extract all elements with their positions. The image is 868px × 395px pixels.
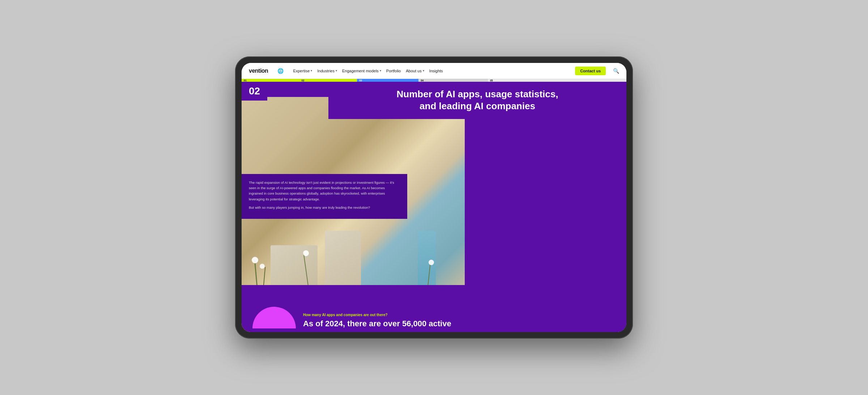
article-number: 02: [242, 82, 267, 101]
nav-insights[interactable]: Insights: [429, 69, 443, 73]
bottom-text: How many AI apps and companies are out t…: [303, 313, 616, 328]
description-para2: But with so many players jumping in, how…: [249, 205, 400, 210]
tablet-frame: vention 🌐 Expertise ▾ Industries ▾ Engag…: [235, 56, 633, 339]
search-icon[interactable]: 🔍: [613, 68, 619, 74]
main-content: 02 Number of AI apps, usage statistics, …: [242, 82, 626, 332]
progress-label-1: 01: [244, 79, 247, 82]
tablet-screen: vention 🌐 Expertise ▾ Industries ▾ Engag…: [242, 63, 626, 332]
description-para1: The rapid expansion of AI technology isn…: [249, 180, 400, 202]
chevron-down-icon: ▾: [380, 69, 381, 72]
description-box: The rapid expansion of AI technology isn…: [242, 174, 407, 219]
progress-label-3: 03: [359, 79, 362, 82]
section-label: How many AI apps and companies are out t…: [303, 313, 616, 317]
article-title: Number of AI apps, usage statistics, and…: [339, 88, 616, 112]
nav-engagement[interactable]: Engagement models ▾: [342, 69, 381, 73]
flower-3: [303, 250, 309, 256]
stat-text: As of 2024, there are over 56,000 active: [303, 319, 616, 328]
progress-bar: 01 02 03 04 05: [242, 79, 626, 82]
flower-2: [260, 264, 265, 269]
nav-expertise[interactable]: Expertise ▾: [293, 69, 312, 73]
nav-about[interactable]: About us ▾: [406, 69, 424, 73]
progress-label-4: 04: [421, 79, 424, 82]
navbar: vention 🌐 Expertise ▾ Industries ▾ Engag…: [242, 63, 626, 79]
progress-segment-5: 05: [488, 79, 626, 82]
pink-semicircle: [252, 307, 296, 328]
bottom-section: How many AI apps and companies are out t…: [242, 285, 626, 332]
nav-industries[interactable]: Industries ▾: [317, 69, 337, 73]
chevron-down-icon: ▾: [311, 69, 312, 72]
nav-menu: Expertise ▾ Industries ▾ Engagement mode…: [293, 69, 569, 73]
progress-segment-3: 03: [357, 79, 418, 82]
progress-label-5: 05: [490, 79, 493, 82]
chevron-down-icon: ▾: [423, 69, 424, 72]
progress-segment-2: 02: [299, 79, 357, 82]
flower-1: [252, 257, 258, 263]
progress-segment-1: 01: [242, 79, 299, 82]
contact-button[interactable]: Contact us: [575, 67, 606, 75]
nav-portfolio[interactable]: Portfolio: [386, 69, 401, 73]
progress-segment-4: 04: [418, 79, 488, 82]
chevron-down-icon: ▾: [336, 69, 337, 72]
progress-label-2: 02: [302, 79, 305, 82]
title-overlay: Number of AI apps, usage statistics, and…: [328, 82, 626, 119]
globe-icon: 🌐: [277, 68, 284, 74]
logo: vention: [249, 68, 268, 74]
